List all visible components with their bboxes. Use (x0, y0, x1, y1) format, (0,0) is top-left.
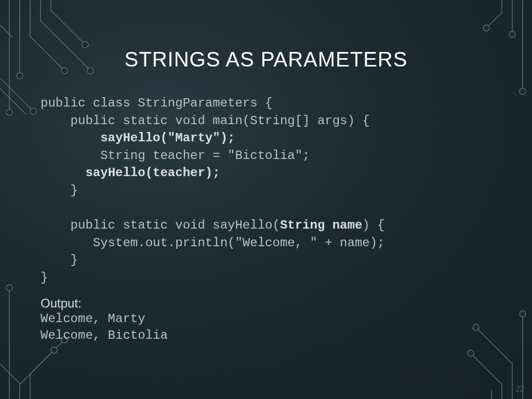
code-line: public static void main(String[] args) { (41, 114, 370, 128)
code-line: System.out.println("Welcome, " + name); (41, 236, 385, 250)
code-line: } (41, 183, 78, 197)
svg-point-9 (483, 25, 489, 31)
code-line: String teacher = "Bictolia"; (41, 149, 310, 163)
code-bold: sayHello("Marty"); (100, 131, 235, 145)
code-bold: String name (280, 218, 362, 232)
code-bold: sayHello(teacher); (85, 166, 220, 180)
code-line: public static void sayHello( (41, 218, 280, 232)
svg-point-1 (17, 73, 23, 79)
code-line: } (41, 253, 78, 267)
svg-point-10 (6, 285, 12, 291)
svg-point-4 (82, 42, 88, 48)
code-line: public class StringParameters { (41, 96, 272, 110)
output-label: Output: (41, 296, 498, 311)
svg-point-0 (6, 109, 12, 115)
svg-point-13 (520, 311, 526, 317)
svg-point-8 (509, 31, 515, 37)
svg-point-7 (520, 88, 526, 95)
code-line: } (41, 271, 48, 285)
code-indent (41, 131, 100, 145)
svg-point-15 (468, 350, 474, 356)
slide-content: public class StringParameters { public s… (41, 95, 498, 344)
code-indent (41, 166, 85, 180)
slide-title: STRINGS AS PARAMETERS (0, 48, 532, 71)
output-block: Welcome, Marty Welcome, Bictolia (41, 311, 498, 344)
svg-point-12 (51, 347, 57, 353)
code-line: ) { (362, 218, 384, 232)
output-line: Welcome, Marty (41, 312, 145, 326)
page-number: 22 (515, 384, 525, 394)
code-block: public class StringParameters { public s… (41, 95, 498, 287)
svg-point-6 (30, 108, 36, 114)
output-line: Welcome, Bictolia (41, 328, 168, 342)
